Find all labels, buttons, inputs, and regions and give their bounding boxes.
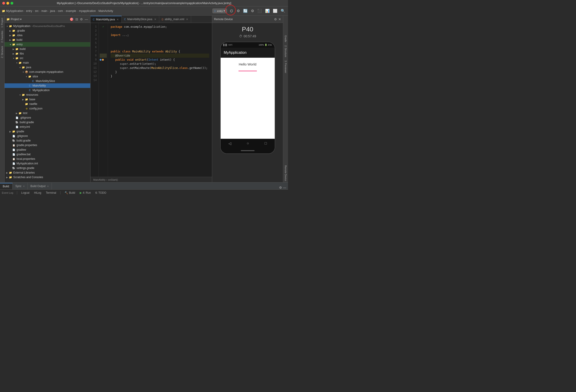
tree-item-test[interactable]: ▶ 📁 test	[4, 111, 90, 115]
tree-item-entry-iml[interactable]: ▶ 📄 entry.iml	[4, 125, 90, 129]
breadcrumb-main[interactable]: main	[41, 9, 47, 13]
minimize-button[interactable]	[6, 2, 9, 4]
phone-recent-button[interactable]: □	[265, 141, 267, 145]
breadcrumb-app[interactable]: 📁	[2, 9, 5, 13]
tree-item-rawfile[interactable]: ▶ 📁 rawfile	[4, 102, 90, 106]
breadcrumb-java[interactable]: java	[50, 9, 55, 13]
terminal-button[interactable]: Terminal	[44, 191, 58, 195]
sidebar-tab-structure[interactable]: Z: Structure	[0, 45, 4, 59]
tree-item-build-gradle-entry[interactable]: ▶ 🐘 build.gradle	[4, 120, 90, 125]
stop-button[interactable]: ⬛	[256, 8, 263, 14]
panel-close-button[interactable]: —	[84, 17, 88, 22]
phone-back-button[interactable]: ◁	[229, 141, 231, 146]
bottom-settings-button[interactable]: ⚙	[279, 186, 282, 189]
panel-settings-button[interactable]: ⚙	[80, 17, 83, 22]
breadcrumb-method[interactable]: onStart()	[108, 178, 118, 181]
debug-gutter-marker[interactable]	[102, 59, 104, 61]
tree-item-libs[interactable]: ▶ 📁 libs	[4, 51, 90, 56]
tab-mainabilityslice-close[interactable]: ✕	[154, 18, 157, 21]
code-line-4	[111, 37, 209, 41]
breadcrumb-myapplication[interactable]: myapplication	[79, 9, 95, 13]
sidebar-tab-favorites[interactable]: 2: Favorites	[0, 29, 4, 44]
sidebar-tab-remote-device[interactable]: Remote Device	[284, 164, 287, 182]
sidebar-tab-structure[interactable]: 2: Structure	[284, 44, 287, 59]
breadcrumb-mainability[interactable]: MainActivity	[99, 9, 113, 13]
tree-item-gradle-properties[interactable]: ▶ 📋 gradle.properties	[4, 143, 90, 147]
logcat-button[interactable]: Logcat	[20, 191, 31, 195]
tree-item-gradlew[interactable]: ▶ 📄 gradlew	[4, 147, 90, 152]
breadcrumb-src[interactable]: src	[35, 9, 38, 13]
tree-item-gradle-dir[interactable]: ▶ 📁 gradle	[4, 129, 90, 134]
breadcrumb-ability[interactable]: MainAbility	[93, 178, 105, 181]
editor-tab-abilitymain[interactable]: ⟨⟩ ability_main.xml ✕	[159, 16, 191, 23]
tree-item-gitignore-entry[interactable]: ▶ 📄 .gitignore	[4, 115, 90, 120]
tree-item-settings-gradle[interactable]: ▶ 🐘 settings.gradle	[4, 166, 90, 170]
tree-item-slice[interactable]: ▾ 📁 slice	[4, 74, 90, 79]
sidebar-tab-gradle[interactable]: Gradle	[284, 34, 287, 44]
close-button[interactable]	[2, 2, 5, 4]
tree-item-mainability[interactable]: ▶ C MainAbility	[4, 83, 90, 88]
tree-item-build-root[interactable]: ▶ 📁 build	[4, 38, 90, 42]
build-button[interactable]: ⚙	[250, 8, 255, 14]
tree-item-ext-libs[interactable]: ▶ 📁 External Libraries	[4, 170, 90, 175]
breadcrumb-myapp[interactable]: MyApplication	[6, 9, 23, 13]
tab-abilitymain-close[interactable]: ✕	[186, 18, 189, 21]
hilog-button[interactable]: HiLog	[33, 191, 43, 195]
tree-item-scratches[interactable]: ▶ 📁 Scratches and Consoles	[4, 175, 90, 180]
tree-item-mainabilityslice[interactable]: ▶ C MainAbilitySlice	[4, 79, 90, 83]
build-output-tab-close[interactable]: ✕	[47, 185, 49, 187]
sync-button[interactable]: 🔄	[242, 8, 249, 14]
locate-file-button[interactable]: 🎯	[69, 17, 74, 22]
tree-item-gitignore-root[interactable]: ▶ 📄 .gitignore	[4, 134, 90, 138]
tree-item-entry-build[interactable]: ▶ 📁 build	[4, 47, 90, 51]
remote-close-button[interactable]: ✕	[278, 17, 281, 21]
tree-item-local-properties[interactable]: ▶ 📋 local.properties	[4, 157, 90, 161]
tree-item-java[interactable]: ▾ 📁 java	[4, 65, 90, 70]
run-tool-button[interactable]: ▶ 4: Run	[78, 191, 92, 195]
tree-item-idea[interactable]: ▶ 📁 .idea	[4, 33, 90, 38]
tree-item-entry[interactable]: ▾ 📁 entry	[4, 42, 90, 47]
breadcrumb-com[interactable]: com	[58, 9, 63, 13]
tree-item-myapplication-class[interactable]: ▶ C MyApplication	[4, 88, 90, 93]
remote-settings-button[interactable]: ⚙	[274, 17, 277, 21]
refresh-button[interactable]	[229, 8, 234, 14]
breadcrumb-entry[interactable]: entry	[26, 9, 32, 13]
todo-tool-button[interactable]: 6: TODO	[94, 191, 108, 195]
collapse-all-button[interactable]: ⊟	[75, 17, 79, 22]
run-config-button[interactable]: ▷ entry ▾	[212, 8, 227, 13]
tab-mainability-close[interactable]: ✕	[116, 18, 119, 21]
bottom-tab-build-output[interactable]: Build Output ✕	[28, 183, 52, 189]
run-gutter-marker[interactable]	[100, 59, 102, 61]
tree-item-myapp[interactable]: ▾ 📁 MyApplication ~/Documents/DevEcoStud…	[4, 24, 90, 28]
settings-button[interactable]: ⚙	[236, 8, 241, 14]
tree-item-resources[interactable]: ▾ 📁 resources	[4, 93, 90, 97]
tree-item-myapp-iml[interactable]: ▶ 📄 MyApplication.iml	[4, 161, 90, 166]
bottom-tab-build[interactable]: Build:	[0, 183, 13, 189]
editor-tab-mainabilityslice[interactable]: C MainAbilitySlice.java ✕	[122, 16, 159, 23]
breadcrumb-example[interactable]: example	[66, 9, 76, 13]
tree-item-com-pkg[interactable]: ▾ 📦 com.example.myapplication	[4, 70, 90, 74]
profile-button[interactable]: 📊	[264, 8, 271, 14]
maximize-button[interactable]	[11, 2, 13, 4]
tree-item-src[interactable]: ▾ 📁 src	[4, 56, 90, 60]
sync-tab-close[interactable]: ✕	[23, 185, 25, 187]
code-editor[interactable]: package com.example.myapplication; impor…	[108, 23, 212, 177]
sidebar-tab-previewer[interactable]: 3: Previewer	[284, 59, 287, 75]
tree-item-config-json[interactable]: ▶ ⚙ config.json	[4, 106, 90, 111]
bottom-tab-sync[interactable]: Sync ✕	[13, 183, 28, 189]
tree-item-base[interactable]: ▶ 📁 base	[4, 97, 90, 102]
search-button[interactable]: 🔍	[280, 8, 286, 14]
build-tool-button[interactable]: 🔨 Build	[63, 191, 77, 195]
tree-item-gradlew-bat[interactable]: ▶ 📄 gradlew.bat	[4, 152, 90, 157]
phone-app-title: MyApplication	[224, 51, 247, 55]
sidebar-tab-project[interactable]: 1: Project	[0, 17, 4, 29]
tree-item-main[interactable]: ▾ 📁 main	[4, 60, 90, 65]
phone-home-button[interactable]: ○	[247, 141, 249, 145]
code-line-14	[111, 78, 209, 82]
editor-tab-mainability[interactable]: C MainAbility.java ✕	[90, 16, 122, 23]
tree-item-build-gradle-root[interactable]: ▶ 🐘 build.gradle	[4, 138, 90, 143]
bottom-minimize-button[interactable]: —	[283, 186, 286, 189]
layout-button[interactable]: ⬜	[272, 8, 278, 14]
remote-device-panel: Remote Device ⚙ ✕ P40 ⏱ 00:57:49 ▌▌▌ WiF…	[212, 16, 283, 182]
tree-item-gradle[interactable]: ▶ 📁 .gradle	[4, 28, 90, 33]
